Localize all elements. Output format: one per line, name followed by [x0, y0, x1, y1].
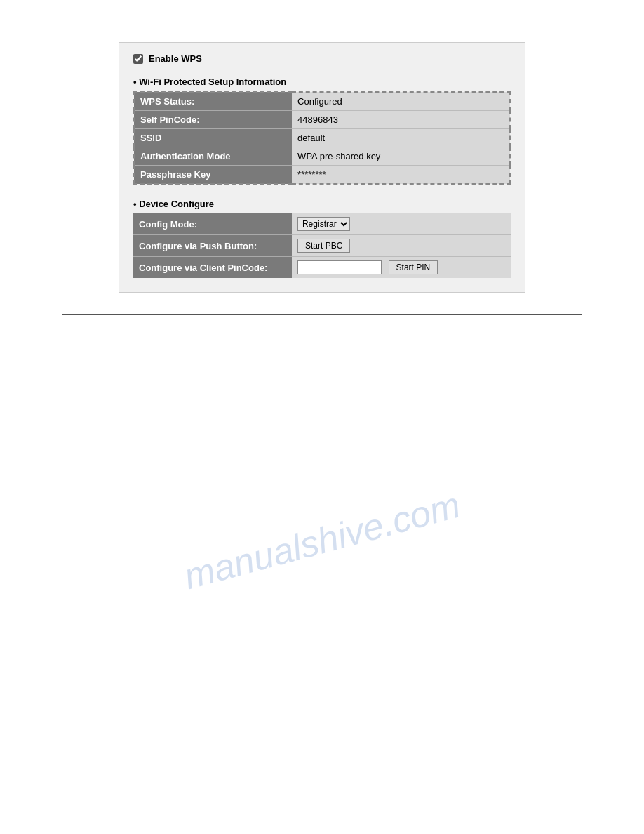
client-pincode-label: Configure via Client PinCode:	[133, 257, 292, 279]
wifi-info-row-value: ********	[292, 166, 510, 185]
wifi-info-section-header: Wi-Fi Protected Setup Information	[133, 77, 511, 87]
wifi-info-row: WPS Status:Configured	[134, 92, 510, 111]
start-pin-button[interactable]: Start PIN	[389, 260, 438, 274]
enable-wps-checkbox[interactable]	[133, 54, 143, 64]
wifi-info-row-label: Authentication Mode	[134, 147, 292, 166]
top-section: Enable WPS Wi-Fi Protected Setup Informa…	[119, 42, 525, 293]
push-button-value: Start PBC	[292, 235, 511, 257]
push-button-label: Configure via Push Button:	[133, 235, 292, 257]
enable-wps-row: Enable WPS	[133, 53, 511, 64]
wifi-info-row-value: WPA pre-shared key	[292, 147, 510, 166]
config-mode-row: Config Mode: Registrar Enrollee	[133, 213, 511, 235]
wifi-info-row: Authentication ModeWPA pre-shared key	[134, 147, 510, 166]
wifi-info-row: Passphrase Key********	[134, 166, 510, 185]
enable-wps-label: Enable WPS	[149, 53, 202, 64]
wifi-info-row-value: default	[292, 129, 510, 147]
start-pbc-button[interactable]: Start PBC	[297, 239, 350, 253]
config-mode-select[interactable]: Registrar Enrollee	[297, 217, 350, 231]
device-configure-section: Device Configure Config Mode: Registrar …	[133, 199, 511, 278]
divider-line	[62, 314, 582, 315]
config-table: Config Mode: Registrar Enrollee	[133, 213, 511, 278]
wifi-info-row-label: WPS Status:	[134, 92, 292, 111]
client-pincode-value: Start PIN	[292, 257, 511, 279]
client-pincode-input[interactable]	[297, 260, 382, 274]
watermark: manualshive.com	[180, 484, 464, 598]
wifi-info-row-label: SSID	[134, 129, 292, 147]
page-container: Enable WPS Wi-Fi Protected Setup Informa…	[0, 42, 644, 834]
wifi-info-row-value: 44896843	[292, 111, 510, 129]
wifi-info-row-value: Configured	[292, 92, 510, 111]
wifi-info-row-label: Self PinCode:	[134, 111, 292, 129]
config-mode-select-wrapper: Registrar Enrollee	[297, 217, 350, 231]
wifi-info-row: Self PinCode:44896843	[134, 111, 510, 129]
push-button-row: Configure via Push Button: Start PBC	[133, 235, 511, 257]
wifi-info-row-label: Passphrase Key	[134, 166, 292, 185]
client-pincode-row: Configure via Client PinCode: Start PIN	[133, 257, 511, 279]
wifi-info-row: SSIDdefault	[134, 129, 510, 147]
device-configure-header: Device Configure	[133, 199, 511, 209]
wifi-info-table: WPS Status:ConfiguredSelf PinCode:448968…	[133, 91, 511, 185]
config-mode-value: Registrar Enrollee	[292, 213, 511, 235]
config-mode-label: Config Mode:	[133, 213, 292, 235]
